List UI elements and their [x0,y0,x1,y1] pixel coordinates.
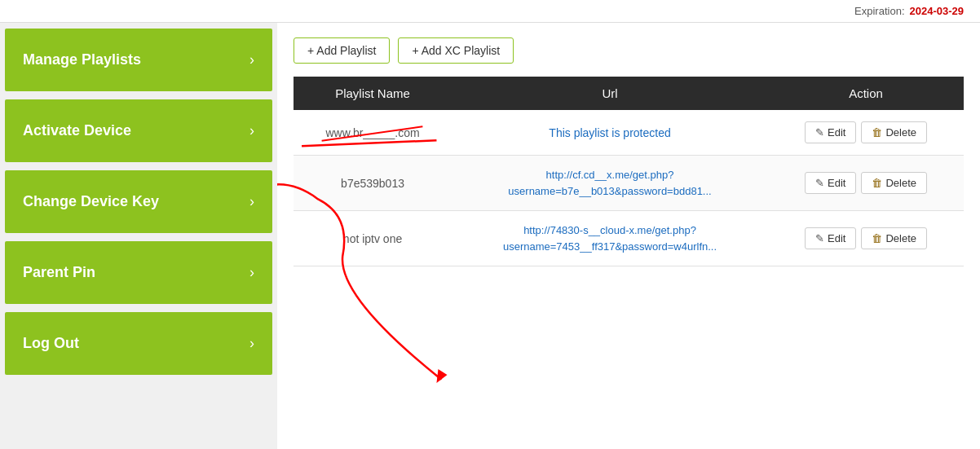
delete-icon: 🗑 [872,232,882,244]
delete-button[interactable]: 🗑 Delete [861,227,927,249]
chevron-icon: › [249,51,254,68]
playlist-url-cell: http://74830-s__cloud-x.me/get.php?usern… [452,211,768,266]
table-row: hot iptv onehttp://74830-s__cloud-x.me/g… [294,211,964,266]
sidebar-item-label: Parent Pin [23,264,95,281]
table-row: b7e539b013http://cf.cd__x.me/get.php?use… [294,156,964,211]
chevron-icon: › [249,335,254,352]
col-playlist-name: Playlist Name [294,77,452,110]
top-bar: Expiration: 2024-03-29 [0,0,980,23]
edit-button[interactable]: ✎ Edit [805,172,856,194]
col-action: Action [768,77,964,110]
sidebar-item-label: Manage Playlists [23,51,141,68]
edit-icon: ✎ [815,177,824,189]
row-actions: ✎ Edit🗑 Delete [781,227,951,249]
expiration-value: 2024-03-29 [910,5,965,17]
sidebar-item-label: Change Device Key [23,193,159,210]
chevron-icon: › [249,193,254,210]
playlist-action-cell: ✎ Edit🗑 Delete [768,156,964,211]
playlist-action-cell: ✎ Edit🗑 Delete [768,110,964,156]
main-layout: Manage Playlists › Activate Device › Cha… [0,23,980,449]
sidebar-item-manage-playlists[interactable]: Manage Playlists › [5,29,272,91]
edit-icon: ✎ [815,232,824,244]
sidebar-item-label: Activate Device [23,122,131,139]
row-actions: ✎ Edit🗑 Delete [781,172,951,194]
sidebar-item-change-device-key[interactable]: Change Device Key › [5,170,272,233]
playlist-url-cell: http://cf.cd__x.me/get.php?username=b7e_… [452,156,768,211]
delete-button[interactable]: 🗑 Delete [861,172,927,194]
playlist-action-cell: ✎ Edit🗑 Delete [768,211,964,266]
sidebar: Manage Playlists › Activate Device › Cha… [0,23,277,449]
content-area: + Add Playlist + Add XC Playlist Playlis… [277,23,980,449]
sidebar-item-log-out[interactable]: Log Out › [5,312,272,375]
edit-icon: ✎ [815,126,824,139]
add-xc-playlist-button[interactable]: + Add XC Playlist [398,37,514,64]
row-actions: ✎ Edit🗑 Delete [781,121,951,143]
playlist-name-cell: hot iptv one [294,211,452,266]
playlist-name-cell: b7e539b013 [294,156,452,211]
edit-button[interactable]: ✎ Edit [805,227,856,249]
sidebar-item-parent-pin[interactable]: Parent Pin › [5,241,272,304]
chevron-icon: › [249,122,254,139]
table-row: www.br_____.comThis playlist is protecte… [294,110,964,156]
add-xc-playlist-label: + Add XC Playlist [412,44,500,57]
delete-button[interactable]: 🗑 Delete [861,121,927,143]
svg-marker-1 [436,369,447,383]
sidebar-item-label: Log Out [23,335,79,352]
playlist-name-cell: www.br_____.com [294,110,452,156]
playlist-table: Playlist Name Url Action www.br_____.com… [294,77,964,266]
chevron-icon: › [249,264,254,281]
col-url: Url [452,77,768,110]
add-playlist-label: + Add Playlist [307,44,376,57]
delete-icon: 🗑 [872,126,882,139]
add-playlist-button[interactable]: + Add Playlist [294,37,390,64]
sidebar-item-activate-device[interactable]: Activate Device › [5,99,272,162]
edit-button[interactable]: ✎ Edit [805,121,856,143]
expiration-label: Expiration: [854,5,904,17]
table-header-row: Playlist Name Url Action [294,77,964,110]
playlist-url-cell: This playlist is protected [452,110,768,156]
delete-icon: 🗑 [872,177,882,189]
action-buttons: + Add Playlist + Add XC Playlist [294,37,964,64]
